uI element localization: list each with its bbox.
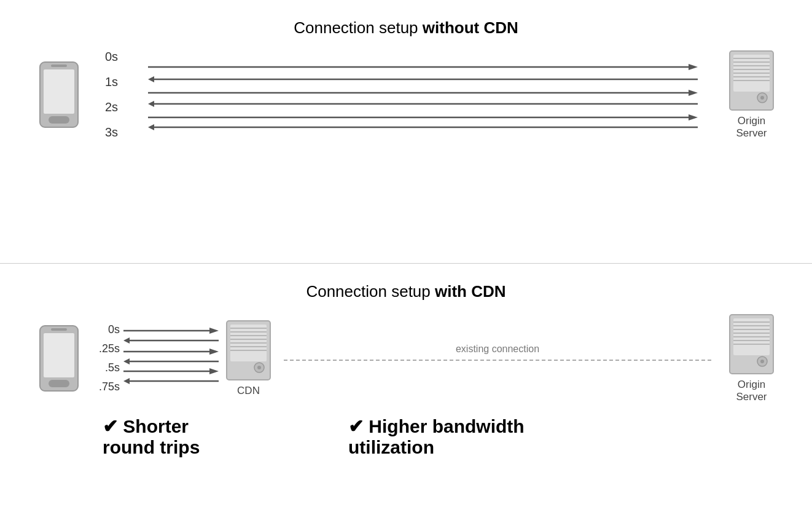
top-diagram-section: Connection setup without CDN 0s 1s 2s 3s [0,0,812,264]
benefit-higher-bandwidth: ✔ Higher bandwidthutilization [336,409,537,464]
svg-marker-13 [689,114,698,120]
origin-server-label-bottom: Origin Server [736,379,767,403]
benefit1-check: ✔ Shorterround trips [103,416,200,457]
benefit-shorter-trips: ✔ Shorterround trips [90,409,275,464]
top-arrows-container [125,58,724,132]
svg-rect-29 [51,328,67,331]
phone-wrapper-top [37,61,80,128]
existing-connection-area: existing connection [271,344,724,361]
svg-rect-28 [44,333,74,377]
svg-marker-42 [123,378,130,384]
top-title-normal: Connection setup [294,18,423,37]
cdn-time-75s: .75s [90,380,120,393]
existing-connection-label: existing connection [456,344,539,355]
svg-point-64 [760,360,764,363]
phone-icon-top [37,61,80,128]
cdn-time-5s: .5s [90,361,120,374]
benefit2-check: ✔ Higher bandwidthutilization [348,416,525,457]
origin-server-wrapper-bottom: Origin Server [728,313,775,403]
svg-marker-32 [209,328,219,334]
origin-server-wrapper-top: Origin Server [728,50,775,140]
svg-point-53 [257,366,261,369]
cdn-server-icon [225,320,271,381]
svg-point-26 [760,96,764,100]
svg-rect-2 [51,65,67,67]
bottom-title-normal: Connection setup [306,282,435,301]
short-arrows-area [123,323,222,393]
svg-marker-34 [123,337,130,344]
time-label-2s-top: 2s [90,100,118,114]
svg-marker-40 [209,368,219,374]
server-icon-top [728,50,775,111]
phone-icon-bottom [37,325,80,392]
cdn-time-0s: 0s [90,323,120,336]
svg-marker-38 [123,358,130,364]
bottom-title-bold: with CDN [435,282,506,301]
bottom-diagram-section: Connection setup with CDN 0s .25s .5s .7… [0,264,812,521]
svg-rect-30 [49,380,69,387]
cdn-short-arrows-svg [123,323,222,391]
top-arrows-svg [125,58,724,132]
svg-marker-5 [689,64,698,70]
phone-wrapper-bottom [37,325,80,392]
benefits-row: ✔ Shorterround trips ✔ Higher bandwidthu… [37,409,775,464]
svg-marker-7 [148,76,154,82]
top-timeline-area: 0s 1s 2s 3s [90,50,724,140]
dotted-line [284,360,711,361]
bottom-diagram-row: 0s .25s .5s .75s [37,313,775,403]
cdn-label: CDN [237,385,260,397]
server-icon-bottom [728,313,775,375]
cdn-time-25s: .25s [90,342,120,355]
svg-marker-9 [689,90,698,96]
origin-server-label-top: Origin Server [736,115,767,140]
cdn-time-labels: 0s .25s .5s .75s [90,323,120,393]
top-title: Connection setup without CDN [294,18,518,37]
svg-rect-3 [49,116,69,124]
top-time-labels: 0s 1s 2s 3s [90,50,118,140]
svg-marker-11 [148,101,154,107]
time-label-0s-top: 0s [90,50,118,64]
svg-marker-36 [209,349,219,355]
bottom-title: Connection setup with CDN [306,282,506,301]
time-label-1s-top: 1s [90,75,118,89]
svg-rect-1 [44,69,74,114]
top-title-bold: without CDN [423,18,518,37]
svg-marker-15 [148,124,154,130]
time-label-3s-top: 3s [90,125,118,140]
top-diagram-row: 0s 1s 2s 3s [37,50,775,140]
cdn-server-wrapper: CDN [225,320,271,397]
